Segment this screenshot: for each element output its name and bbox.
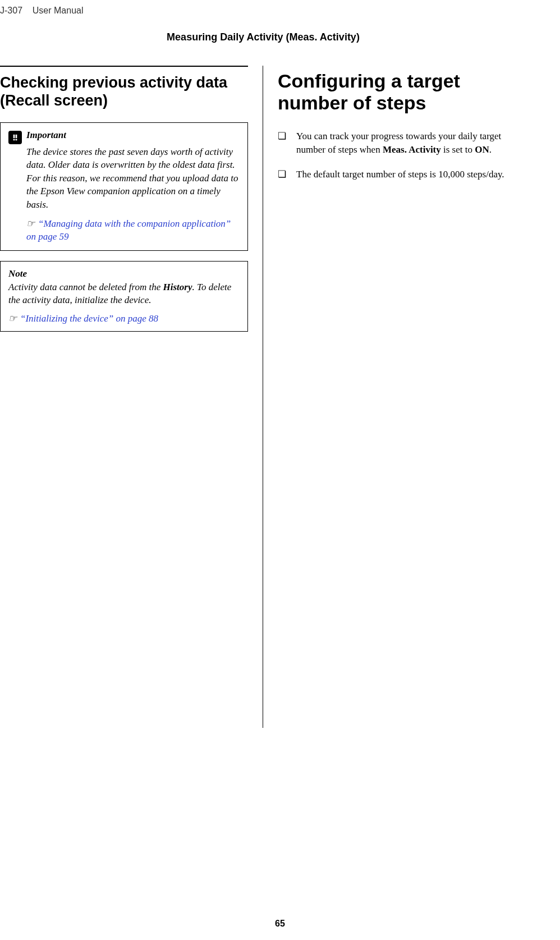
running-header: J-307 User Manual (0, 6, 526, 22)
important-text: The device stores the past seven days wo… (26, 145, 240, 211)
list-item: ❏ You can track your progress towards yo… (278, 130, 526, 157)
column-left: Checking previous activity data (Recall … (0, 66, 263, 728)
note-text: Activity data cannot be deleted from the… (8, 281, 240, 307)
note-xref[interactable]: ☞“Initializing the device” on page 88 (8, 313, 240, 324)
important-header: Important (8, 130, 240, 144)
important-box: Important The device stores the past sev… (0, 122, 248, 251)
bullet-list: ❏ You can track your progress towards yo… (278, 130, 526, 181)
svg-rect-0 (13, 134, 15, 138)
svg-rect-3 (16, 139, 17, 140)
column-right: Configuring a target number of steps ❏ Y… (263, 66, 526, 728)
heading-target-steps: Configuring a target number of steps (278, 70, 526, 114)
model-code: J-307 (0, 6, 22, 15)
chapter-title: Measuring Daily Activity (Meas. Activity… (0, 22, 526, 66)
li-b1: Meas. Activity (383, 144, 441, 155)
two-column-layout: Checking previous activity data (Recall … (0, 66, 526, 728)
li-mid: is set to (441, 144, 475, 155)
list-item-text: The default target number of steps is 10… (296, 168, 504, 181)
list-item-text: You can track your progress towards your… (296, 130, 526, 157)
note-box: Note Activity data cannot be deleted fro… (0, 261, 248, 332)
svg-rect-1 (16, 134, 17, 138)
checkbox-bullet-icon: ❏ (278, 169, 286, 179)
note-pre: Activity data cannot be deleted from the (8, 282, 163, 292)
heading-recall-screen: Checking previous activity data (Recall … (0, 66, 248, 110)
page-number: 65 (0, 919, 560, 929)
li-b2: ON (475, 144, 489, 155)
checkbox-bullet-icon: ❏ (278, 131, 286, 141)
important-xref[interactable]: ☞“Managing data with the companion appli… (26, 218, 240, 244)
note-link-text: “Initializing the device” on page 88 (20, 313, 158, 324)
note-bold: History (163, 282, 192, 292)
page-root: J-307 User Manual Measuring Daily Activi… (0, 0, 560, 750)
li-pre: The default target number of steps is 10… (296, 169, 504, 180)
list-item: ❏ The default target number of steps is … (278, 168, 526, 181)
svg-rect-2 (13, 139, 15, 140)
li-post: . (489, 144, 492, 155)
hand-icon: ☞ (8, 313, 17, 324)
important-label: Important (26, 130, 66, 141)
note-label: Note (8, 268, 240, 279)
important-link-text: “Managing data with the companion applic… (26, 218, 231, 242)
important-icon (8, 131, 22, 144)
doc-label: User Manual (33, 6, 84, 15)
hand-icon: ☞ (26, 218, 35, 229)
